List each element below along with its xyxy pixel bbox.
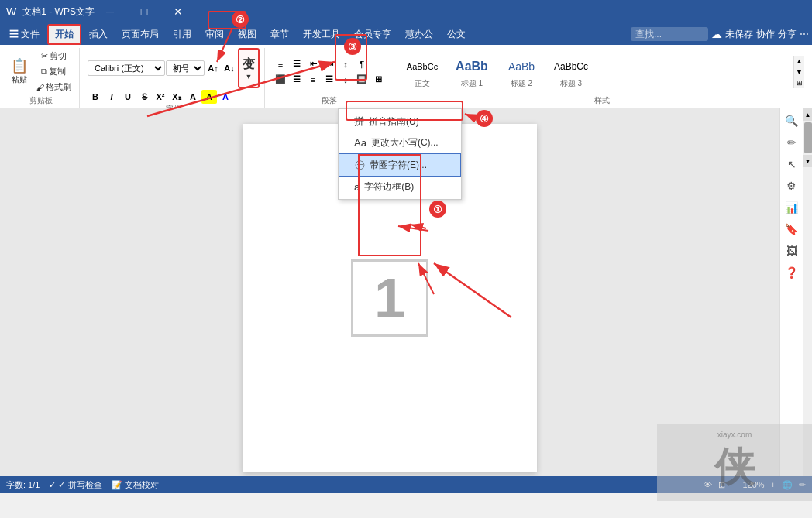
menu-dev-tools[interactable]: 开发工具 [297, 26, 346, 43]
more-button[interactable]: ⋯ [800, 29, 809, 39]
sidebar-bookmark-button[interactable]: 🔖 [783, 220, 801, 238]
list-number-button[interactable]: ☰ [289, 57, 304, 71]
paste-button[interactable]: 📋 粘贴 [8, 52, 31, 92]
sidebar-cursor-button[interactable]: ↖ [783, 155, 801, 173]
encircle-icon: ㊀ [355, 158, 365, 172]
show-marks-button[interactable]: ¶ [354, 57, 370, 71]
clipboard-sub: ✂ 剪切 ⧉ 复制 🖌 格式刷 [33, 50, 74, 94]
style-normal[interactable]: AaBbCc 正文 [399, 52, 446, 92]
menu-view[interactable]: 视图 [232, 26, 263, 43]
subscript-button[interactable]: X₂ [169, 90, 184, 104]
styles-label: 样式 [594, 95, 610, 108]
menu-official[interactable]: 公文 [441, 26, 472, 43]
dd-item-border[interactable]: a 字符边框(B) [339, 177, 461, 197]
checkmark-icon: ✓ [49, 480, 56, 489]
title-bar-title: 文档1 - WPS文字 [22, 5, 95, 19]
dd-case-label: 更改大小写(C)... [371, 136, 439, 149]
close-button[interactable]: ✕ [163, 0, 194, 23]
scroll-thumb[interactable] [804, 122, 812, 153]
menu-review[interactable]: 审阅 [199, 26, 230, 43]
format-brush-button[interactable]: 🖌 格式刷 [33, 81, 74, 94]
ribbon-scroll-down[interactable]: ▼ [794, 67, 804, 77]
font-size-select[interactable]: 初号 [166, 60, 205, 76]
superscript-button[interactable]: X² [153, 90, 168, 104]
collab-button[interactable]: 协作 [756, 28, 775, 41]
align-center-button[interactable]: ☰ [289, 73, 304, 87]
maximize-button[interactable]: □ [129, 0, 160, 23]
sidebar-image-button[interactable]: 🖼 [783, 242, 801, 260]
font-name-select[interactable]: Calibri (正文) [88, 60, 165, 76]
minimize-button[interactable]: ─ [95, 0, 126, 23]
bian-button[interactable]: 变 ▼ [238, 48, 260, 88]
border-button[interactable]: ⊞ [370, 73, 386, 87]
shading-button[interactable]: 🔲 [354, 73, 370, 87]
sidebar-tools: 🔍 ✏ ↖ ⚙ 📊 🔖 🖼 ❓ [779, 108, 803, 476]
style-heading3[interactable]: AaBbCc 标题 3 [548, 52, 594, 92]
align-right-button[interactable]: ≡ [305, 73, 321, 87]
indent-inc-button[interactable]: ⇥ [322, 57, 337, 71]
align-justify-button[interactable]: ☰ [322, 73, 337, 87]
watermark-site: xiayx.com [717, 431, 752, 439]
spell-check[interactable]: ✓ ✓ 拼写检查 [49, 479, 102, 491]
menu-insert[interactable]: 插入 [83, 26, 114, 43]
ribbon-group-clipboard: 📋 粘贴 ✂ 剪切 ⧉ 复制 🖌 格式刷 剪贴板 [3, 48, 80, 108]
cut-button[interactable]: ✂ 剪切 [33, 50, 74, 63]
font-grow-button[interactable]: A↑ [205, 61, 221, 75]
paste-icon: 📋 [11, 59, 28, 73]
font-color2-button[interactable]: A [218, 90, 233, 104]
align-left-button[interactable]: ⬛ [273, 73, 288, 87]
dropdown-menu: 拼 拼音指南(U) Aa 更改大小写(C)... ㊀ 带圈字符(E)... a … [338, 108, 462, 200]
para-sort-button[interactable]: ↕ [338, 57, 353, 71]
watermark-content: xiayx.com 侠 [714, 431, 755, 495]
ribbon-scroll-up[interactable]: ▲ [794, 56, 804, 67]
search-input[interactable] [631, 27, 708, 41]
dd-encircle-label: 带圈字符(E)... [370, 159, 427, 172]
doc-check[interactable]: 📝 文档校对 [112, 479, 159, 491]
menu-page-layout[interactable]: 页面布局 [115, 26, 165, 43]
indent-dec-button[interactable]: ⇤ [305, 57, 321, 71]
line-spacing-button[interactable]: ↕ [338, 73, 353, 87]
menu-file[interactable]: ☰ 文件 [3, 26, 46, 43]
ribbon-expand[interactable]: ⊞ [794, 77, 804, 88]
dd-item-encircle[interactable]: ㊀ 带圈字符(E)... [339, 153, 461, 177]
para-row1: ≡ ☰ ⇤ ⇥ ↕ ¶ [273, 57, 386, 71]
paste-label: 粘贴 [12, 74, 27, 85]
word-count: 字数: 1/1 [6, 479, 40, 491]
menu-smart[interactable]: 慧办公 [399, 26, 439, 43]
style-h3-preview: AaBbCc [554, 55, 588, 78]
menu-chapter[interactable]: 章节 [264, 26, 295, 43]
vertical-scrollbar[interactable]: ▲ ▼ [803, 108, 812, 476]
sidebar-table-button[interactable]: 📊 [783, 198, 801, 217]
font-shrink-button[interactable]: A↓ [222, 61, 237, 75]
italic-button[interactable]: I [104, 90, 119, 104]
font-top: Calibri (正文) 初号 A↑ A↓ 变 ▼ B I [88, 48, 260, 104]
font-color-button[interactable]: A [185, 90, 201, 104]
scroll-down-button[interactable]: ▼ [803, 155, 813, 167]
dd-item-case[interactable]: Aa 更改大小写(C)... [339, 132, 461, 153]
dd-item-pinyin[interactable]: 拼 拼音指南(U) [339, 111, 461, 132]
sidebar-pen-button[interactable]: ✏ [783, 133, 801, 152]
dd-border-label: 字符边框(B) [364, 180, 414, 194]
bold-button[interactable]: B [88, 90, 103, 104]
menu-references[interactable]: 引用 [167, 26, 198, 43]
sidebar-search-button[interactable]: 🔍 [783, 111, 801, 130]
copy-button[interactable]: ⧉ 复制 [33, 65, 74, 79]
para-top: ≡ ☰ ⇤ ⇥ ↕ ¶ ⬛ ☰ ≡ ☰ ↕ 🔲 ⊞ [273, 48, 386, 95]
sidebar-help-button[interactable]: ❓ [783, 263, 801, 282]
strikethrough-button[interactable]: S̶ [136, 90, 152, 104]
clipboard-top: 📋 粘贴 ✂ 剪切 ⧉ 复制 🖌 格式刷 [8, 48, 74, 95]
paragraph-label: 段落 [322, 95, 337, 108]
underline-button[interactable]: U [120, 90, 136, 104]
cut-icon: ✂ [41, 51, 48, 61]
share-button[interactable]: 分享 [778, 28, 797, 41]
menu-vip[interactable]: 会员专享 [348, 26, 397, 43]
menu-bar: ☰ 文件 开始 插入 页面布局 引用 审阅 视图 章节 开发工具 会员专享 慧办… [0, 23, 812, 45]
bian-icon: 变 [243, 57, 255, 73]
scroll-up-button[interactable]: ▲ [803, 108, 813, 121]
list-bullet-button[interactable]: ≡ [273, 57, 288, 71]
style-heading1[interactable]: AaBb 标题 1 [449, 52, 495, 92]
highlight-button[interactable]: A [201, 90, 217, 104]
sidebar-settings-button[interactable]: ⚙ [783, 177, 801, 195]
menu-home[interactable]: 开始 [47, 24, 81, 45]
style-heading2[interactable]: AaBb 标题 2 [498, 52, 545, 92]
